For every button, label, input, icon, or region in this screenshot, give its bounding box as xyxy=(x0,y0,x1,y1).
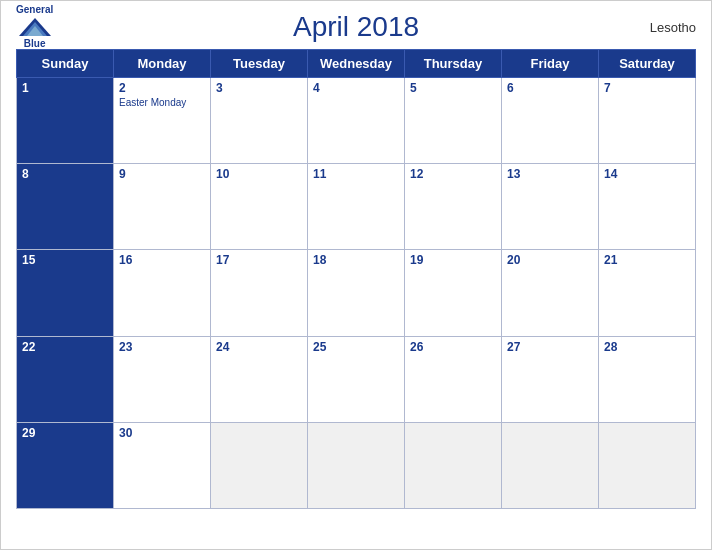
date-number: 8 xyxy=(22,167,108,181)
calendar-day-cell: 24 xyxy=(211,336,308,422)
calendar-day-cell: 3 xyxy=(211,78,308,164)
date-number: 16 xyxy=(119,253,205,267)
date-number: 4 xyxy=(313,81,399,95)
date-number: 21 xyxy=(604,253,690,267)
days-header-row: Sunday Monday Tuesday Wednesday Thursday… xyxy=(17,50,696,78)
calendar-day-cell: 30 xyxy=(114,422,211,508)
date-number: 20 xyxy=(507,253,593,267)
date-number: 3 xyxy=(216,81,302,95)
date-number: 17 xyxy=(216,253,302,267)
date-number: 24 xyxy=(216,340,302,354)
country-label: Lesotho xyxy=(650,20,696,35)
calendar-day-cell: 28 xyxy=(599,336,696,422)
calendar-day-cell: 22 xyxy=(17,336,114,422)
calendar-day-cell: 10 xyxy=(211,164,308,250)
date-number: 27 xyxy=(507,340,593,354)
date-number: 12 xyxy=(410,167,496,181)
date-number: 25 xyxy=(313,340,399,354)
calendar-day-cell: 23 xyxy=(114,336,211,422)
calendar-day-cell: 18 xyxy=(308,250,405,336)
logo-blue: Blue xyxy=(24,38,46,50)
calendar-day-cell: 20 xyxy=(502,250,599,336)
date-number: 23 xyxy=(119,340,205,354)
calendar-header: General Blue April 2018 Lesotho xyxy=(16,11,696,43)
calendar-week-row: 891011121314 xyxy=(17,164,696,250)
date-number: 10 xyxy=(216,167,302,181)
calendar-title: April 2018 xyxy=(293,11,419,43)
calendar-body: 12Easter Monday3456789101112131415161718… xyxy=(17,78,696,509)
header-friday: Friday xyxy=(502,50,599,78)
calendar-week-row: 12Easter Monday34567 xyxy=(17,78,696,164)
date-number: 9 xyxy=(119,167,205,181)
calendar-day-cell: 4 xyxy=(308,78,405,164)
date-number: 28 xyxy=(604,340,690,354)
logo-icon xyxy=(17,16,53,38)
date-number: 22 xyxy=(22,340,108,354)
calendar-day-cell: 16 xyxy=(114,250,211,336)
calendar-day-cell xyxy=(599,422,696,508)
calendar-day-cell: 8 xyxy=(17,164,114,250)
calendar-day-cell xyxy=(211,422,308,508)
date-number: 30 xyxy=(119,426,205,440)
calendar-day-cell xyxy=(308,422,405,508)
calendar-week-row: 2930 xyxy=(17,422,696,508)
calendar-day-cell: 13 xyxy=(502,164,599,250)
calendar-week-row: 15161718192021 xyxy=(17,250,696,336)
date-number: 2 xyxy=(119,81,205,95)
calendar-day-cell: 11 xyxy=(308,164,405,250)
date-number: 18 xyxy=(313,253,399,267)
calendar-table: Sunday Monday Tuesday Wednesday Thursday… xyxy=(16,49,696,509)
calendar-day-cell: 17 xyxy=(211,250,308,336)
header-monday: Monday xyxy=(114,50,211,78)
calendar-day-cell: 2Easter Monday xyxy=(114,78,211,164)
calendar-day-cell: 7 xyxy=(599,78,696,164)
header-tuesday: Tuesday xyxy=(211,50,308,78)
date-number: 19 xyxy=(410,253,496,267)
calendar-day-cell: 29 xyxy=(17,422,114,508)
date-number: 26 xyxy=(410,340,496,354)
calendar-day-cell: 1 xyxy=(17,78,114,164)
calendar-day-cell: 25 xyxy=(308,336,405,422)
date-number: 29 xyxy=(22,426,108,440)
calendar-day-cell: 14 xyxy=(599,164,696,250)
calendar-day-cell: 12 xyxy=(405,164,502,250)
date-number: 13 xyxy=(507,167,593,181)
calendar-day-cell: 6 xyxy=(502,78,599,164)
date-number: 6 xyxy=(507,81,593,95)
calendar-day-cell xyxy=(405,422,502,508)
calendar-day-cell: 9 xyxy=(114,164,211,250)
date-number: 7 xyxy=(604,81,690,95)
calendar-day-cell: 21 xyxy=(599,250,696,336)
date-number: 5 xyxy=(410,81,496,95)
header-saturday: Saturday xyxy=(599,50,696,78)
calendar-day-cell: 5 xyxy=(405,78,502,164)
header-sunday: Sunday xyxy=(17,50,114,78)
calendar-container: General Blue April 2018 Lesotho Sunday M… xyxy=(0,0,712,550)
calendar-day-cell xyxy=(502,422,599,508)
logo-general: General xyxy=(16,4,53,16)
calendar-day-cell: 27 xyxy=(502,336,599,422)
header-wednesday: Wednesday xyxy=(308,50,405,78)
date-number: 11 xyxy=(313,167,399,181)
calendar-week-row: 22232425262728 xyxy=(17,336,696,422)
date-number: 1 xyxy=(22,81,108,95)
header-thursday: Thursday xyxy=(405,50,502,78)
holiday-label: Easter Monday xyxy=(119,97,205,108)
calendar-day-cell: 19 xyxy=(405,250,502,336)
logo: General Blue xyxy=(16,4,53,50)
calendar-day-cell: 26 xyxy=(405,336,502,422)
date-number: 14 xyxy=(604,167,690,181)
date-number: 15 xyxy=(22,253,108,267)
calendar-day-cell: 15 xyxy=(17,250,114,336)
